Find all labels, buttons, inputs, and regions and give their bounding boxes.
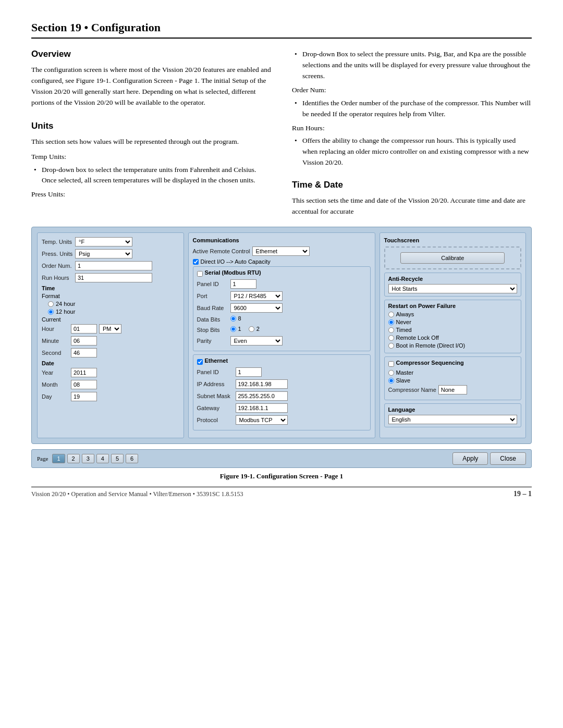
restart-never-radio[interactable] bbox=[388, 319, 394, 325]
restart-remote-label: Remote Lock Off bbox=[396, 335, 439, 341]
gateway-label: Gateway bbox=[197, 405, 234, 411]
ampm-select[interactable]: PMAM bbox=[99, 324, 121, 334]
serial-modbus-checkbox[interactable] bbox=[197, 271, 203, 277]
footer-right: 19 – 1 bbox=[513, 490, 532, 498]
restart-title: Restart on Power Failure bbox=[388, 303, 518, 309]
protocol-label: Protocol bbox=[197, 417, 234, 423]
active-remote-row: Active Remote Control Ethernet bbox=[193, 246, 371, 256]
minute-input[interactable] bbox=[71, 336, 97, 346]
apply-button[interactable]: Apply bbox=[452, 452, 488, 465]
restart-boot-label: Boot in Remote (Direct I/O) bbox=[396, 342, 466, 349]
date-section: Date Year Month Day bbox=[42, 360, 179, 401]
seq-slave-row: Slave bbox=[388, 377, 518, 384]
overview-heading: Overview bbox=[31, 49, 271, 59]
subnet-input[interactable] bbox=[236, 391, 288, 401]
ethernet-row: Ethernet bbox=[197, 357, 366, 366]
data-bits-8-label: 8 bbox=[238, 315, 241, 322]
language-select[interactable]: English bbox=[388, 415, 518, 424]
month-label: Month bbox=[42, 381, 69, 388]
compressor-sequencing-box: Compressor Sequencing Master Slave Compr… bbox=[384, 356, 522, 400]
run-hours-row: Run Hours bbox=[42, 273, 179, 282]
second-input[interactable] bbox=[71, 348, 97, 357]
minute-row: Minute bbox=[42, 336, 179, 346]
data-bits-8[interactable] bbox=[230, 316, 236, 322]
section-title: Section 19 • Configuration bbox=[31, 21, 532, 39]
order-num-field-label: Order Num. bbox=[42, 263, 73, 269]
comp-name-input[interactable] bbox=[438, 385, 467, 394]
protocol-row: Protocol Modbus TCP bbox=[197, 415, 366, 425]
anti-recycle-box: Anti-Recycle Hot Starts bbox=[384, 273, 522, 297]
comp-seq-checkbox[interactable] bbox=[388, 361, 394, 367]
format-label: Format bbox=[42, 293, 179, 299]
page-label: Page bbox=[37, 455, 48, 462]
eth-panel-id-input[interactable] bbox=[236, 367, 262, 377]
bottom-bar: Page 1 2 3 4 5 6 Apply Close bbox=[31, 449, 532, 468]
order-num-input[interactable] bbox=[75, 261, 152, 270]
day-input[interactable] bbox=[71, 392, 97, 401]
panel-id-input[interactable] bbox=[230, 279, 256, 289]
stop-bits-1-label: 1 bbox=[238, 326, 241, 332]
comms-title: Communications bbox=[193, 237, 371, 243]
data-bits-label: Data Bits bbox=[197, 316, 228, 323]
seq-master-label: Master bbox=[396, 369, 414, 376]
restart-timed-row: Timed bbox=[388, 327, 518, 333]
seq-master-radio[interactable] bbox=[388, 370, 394, 376]
direct-io-row: Direct I/O --> Auto Capacity bbox=[193, 258, 371, 265]
seq-slave-radio[interactable] bbox=[388, 378, 394, 384]
ip-row: IP Address bbox=[197, 379, 366, 389]
gateway-row: Gateway bbox=[197, 403, 366, 413]
page-btn-5[interactable]: 5 bbox=[111, 454, 124, 463]
port-row: Port P12 / RS485 bbox=[197, 291, 366, 301]
config-screen: Temp. Units °F Press. Units Psig Order N… bbox=[31, 227, 532, 444]
page-btn-2[interactable]: 2 bbox=[67, 454, 80, 463]
right-text-col: Drop-down Box to select the pressure uni… bbox=[292, 49, 532, 221]
overview-p1: The configuration screen is where most o… bbox=[31, 65, 271, 108]
figure-caption: Figure 19-1. Configuration Screen - Page… bbox=[31, 472, 532, 480]
ip-input[interactable] bbox=[236, 379, 288, 389]
run-hours-input[interactable] bbox=[75, 273, 152, 282]
eth-panel-id-label: Panel ID bbox=[197, 369, 234, 375]
radio-12hr[interactable] bbox=[48, 309, 54, 315]
close-button[interactable]: Close bbox=[490, 452, 526, 465]
stop-bits-2[interactable] bbox=[249, 326, 254, 332]
run-hours-bullet: Offers the ability to change the compres… bbox=[292, 135, 532, 168]
baud-rate-select[interactable]: 9600 bbox=[230, 303, 283, 313]
anti-recycle-select[interactable]: Hot Starts bbox=[388, 284, 518, 293]
units-heading: Units bbox=[31, 121, 271, 131]
ethernet-checkbox[interactable] bbox=[197, 359, 203, 365]
ip-label: IP Address bbox=[197, 381, 234, 387]
temp-units-field-label: Temp. Units bbox=[42, 239, 73, 245]
stop-bits-row: Stop Bits 1 2 bbox=[197, 326, 366, 334]
page-btn-4[interactable]: 4 bbox=[96, 454, 109, 463]
restart-boot-radio[interactable] bbox=[388, 343, 394, 349]
parity-select[interactable]: Even bbox=[230, 336, 283, 346]
data-bits-row: Data Bits 8 bbox=[197, 315, 366, 323]
page-btn-6[interactable]: 6 bbox=[126, 454, 138, 463]
stop-bits-1[interactable] bbox=[230, 326, 236, 332]
restart-always-radio[interactable] bbox=[388, 312, 394, 317]
restart-box: Restart on Power Failure Always Never Ti… bbox=[384, 300, 522, 353]
year-input[interactable] bbox=[71, 368, 97, 377]
restart-remote-row: Remote Lock Off bbox=[388, 335, 518, 341]
protocol-select[interactable]: Modbus TCP bbox=[236, 415, 288, 425]
touchscreen-title: Touchscreen bbox=[384, 237, 522, 243]
active-remote-select[interactable]: Ethernet bbox=[252, 246, 310, 256]
hour-input[interactable] bbox=[71, 324, 97, 334]
port-select[interactable]: P12 / RS485 bbox=[230, 291, 283, 301]
page-btn-3[interactable]: 3 bbox=[82, 454, 94, 463]
radio-24hr[interactable] bbox=[48, 301, 54, 307]
direct-io-checkbox[interactable] bbox=[193, 259, 199, 265]
second-label: Second bbox=[42, 350, 69, 356]
stop-bits-label: Stop Bits bbox=[197, 327, 228, 333]
press-units-select[interactable]: Psig bbox=[75, 249, 132, 258]
temp-units-select[interactable]: °F bbox=[75, 237, 132, 246]
restart-timed-radio[interactable] bbox=[388, 327, 394, 333]
radio-12hr-row: 12 hour bbox=[42, 309, 179, 315]
month-row: Month bbox=[42, 380, 179, 389]
active-remote-label: Active Remote Control bbox=[193, 248, 250, 254]
gateway-input[interactable] bbox=[236, 403, 288, 413]
calibrate-button[interactable]: Calibrate bbox=[400, 252, 505, 264]
month-input[interactable] bbox=[71, 380, 97, 389]
page-btn-1[interactable]: 1 bbox=[52, 454, 65, 463]
restart-remote-radio[interactable] bbox=[388, 335, 394, 341]
